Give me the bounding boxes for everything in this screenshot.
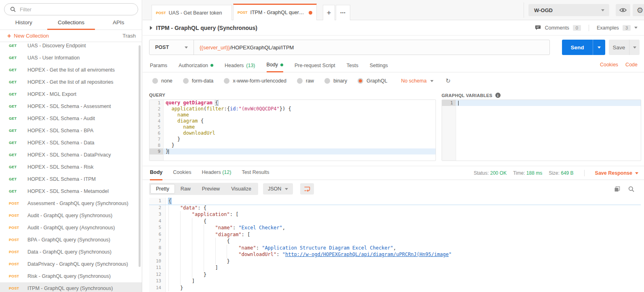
view-mode-raw[interactable]: Raw xyxy=(175,184,196,194)
request-subtab-body[interactable]: Body xyxy=(267,59,284,72)
list-item[interactable]: GETHOPEX - Get the list of all enviromen… xyxy=(0,64,142,76)
indent-guide xyxy=(168,278,180,285)
indent-guide xyxy=(204,251,215,258)
variables-editor[interactable]: 1 xyxy=(442,99,641,161)
list-item[interactable]: GETHOPEX - Get the list of all repositor… xyxy=(0,76,142,88)
save-button[interactable]: Save xyxy=(609,40,629,55)
list-item[interactable]: GETHOPEX - SDL Schema - Assessment xyxy=(0,100,142,112)
request-subtab-tests[interactable]: Tests xyxy=(347,59,358,72)
url-input[interactable]: {{server_url}}/HOPEXGraphQL/api/ITPM xyxy=(194,44,549,51)
code-line: 9} xyxy=(149,148,436,154)
save-response-button[interactable]: Save Response xyxy=(595,170,638,176)
list-item[interactable]: POSTAudit - GraphQL query (Synchronous) xyxy=(0,209,142,222)
format-select[interactable]: JSON xyxy=(263,183,293,195)
list-item[interactable]: POSTAudit - GraphQL query (Asynchronous) xyxy=(0,222,142,234)
list-item[interactable]: GETHOPEX - SDL Schema - ITPM xyxy=(0,173,142,185)
comments-button[interactable]: Comments xyxy=(545,25,569,31)
chevron-down-icon xyxy=(285,188,288,190)
eye-button[interactable] xyxy=(616,4,630,16)
trash-button[interactable]: Trash xyxy=(122,33,136,39)
response-tab-body[interactable]: Body xyxy=(150,166,162,180)
tab-collections[interactable]: Collections xyxy=(47,16,95,30)
response-link[interactable]: http://w-ogd/HOPEXGraphQL/api/diagram/uP… xyxy=(285,252,449,257)
workspace-selector[interactable]: W-OGD xyxy=(528,4,609,16)
request-subtab-params[interactable]: Params xyxy=(150,59,167,72)
list-item[interactable]: GETHOPEX - MGL Export xyxy=(0,88,142,100)
format-value: JSON xyxy=(268,186,281,192)
indent-guide xyxy=(180,245,192,252)
status-dot-icon xyxy=(210,64,213,67)
method-select[interactable]: POST xyxy=(149,40,194,55)
method-badge: GET xyxy=(9,189,23,193)
save-options-button[interactable] xyxy=(629,40,640,55)
url-control: POST {{server_url}}/HOPEXGraphQL/api/ITP… xyxy=(149,40,550,55)
response-tab-cookies[interactable]: Cookies xyxy=(173,166,191,180)
code-line: 2"data": { xyxy=(149,205,641,212)
list-item[interactable]: POSTAssessment - GraphQL query (Synchron… xyxy=(0,197,142,209)
list-item[interactable]: POSTData - GraphQL query (Synchronous) xyxy=(0,246,142,258)
view-mode-pretty[interactable]: Pretty xyxy=(150,184,175,194)
response-tab-headers[interactable]: Headers (12) xyxy=(202,166,231,180)
body-mode-raw[interactable]: raw xyxy=(297,78,314,84)
code-line: 1query getDiagram { xyxy=(149,100,436,106)
cookies-link[interactable]: Cookies xyxy=(600,62,618,68)
list-item[interactable]: GETHOPEX - SDL Schema - Risk xyxy=(0,161,142,173)
list-item[interactable]: GETUAS - Discovery Endpoint xyxy=(0,42,142,52)
body-mode-x-www-form-urlencoded[interactable]: x-www-form-urlencoded xyxy=(224,78,286,84)
list-item[interactable]: POSTRisk - GraphQL query (Synchronous) xyxy=(0,270,142,282)
refresh-icon[interactable]: ↻ xyxy=(446,77,451,85)
tab-history[interactable]: History xyxy=(0,16,47,30)
sidebar-scrollbar[interactable] xyxy=(139,45,141,267)
list-item[interactable]: GETHOPEX - SDL Schema - Metamodel xyxy=(0,185,142,197)
chevron-down-icon xyxy=(634,27,638,29)
body-mode-graphql[interactable]: GraphQL xyxy=(358,78,387,84)
indent-guide xyxy=(180,211,192,218)
list-item[interactable]: GETHOPEX - SDL Schema - Data xyxy=(0,137,142,149)
list-item[interactable]: GETHOPEX - SDL Schema - BPA xyxy=(0,125,142,137)
code-line: 4 diagram { xyxy=(149,118,436,124)
line-number: 9 xyxy=(149,251,165,258)
request-tab[interactable]: POSTUAS - Get Bearer token xyxy=(152,5,232,20)
code-line: 3"application": [ xyxy=(149,211,641,218)
view-mode-preview[interactable]: Preview xyxy=(196,184,225,194)
request-subtab-headers[interactable]: Headers(13) xyxy=(225,59,255,72)
disclosure-triangle-icon[interactable] xyxy=(150,26,152,30)
indent-guide xyxy=(204,231,215,238)
body-mode-form-data[interactable]: form-data xyxy=(183,78,214,84)
request-name: Assessment - GraphQL query (Synchronous) xyxy=(27,201,128,206)
request-subtab-authorization[interactable]: Authorization xyxy=(179,59,213,72)
request-subtab-settings[interactable]: Settings xyxy=(370,59,388,72)
list-item[interactable]: GETHOPEX - SDL Schema - DataPrivacy xyxy=(0,149,142,161)
response-tab-test-results[interactable]: Test Results xyxy=(242,166,269,180)
search-input[interactable]: Filter xyxy=(4,3,138,15)
query-editor[interactable]: 1query getDiagram {2 application(filter:… xyxy=(149,99,436,161)
send-options-button[interactable] xyxy=(593,40,605,55)
list-item[interactable]: GETHOPEX - SDL Schema - Audit xyxy=(0,112,142,125)
info-icon: i xyxy=(495,93,501,98)
copy-icon[interactable] xyxy=(614,186,620,192)
list-item[interactable]: GETUAS - User Information xyxy=(0,52,142,64)
new-tab-button[interactable]: + xyxy=(323,5,335,20)
send-button[interactable]: Send xyxy=(562,40,593,55)
search-response-icon[interactable] xyxy=(628,186,634,192)
settings-button[interactable]: ⚙ xyxy=(633,4,644,16)
examples-button[interactable]: Examples xyxy=(597,25,619,31)
tab-label: Test Results xyxy=(242,169,269,175)
list-item[interactable]: POSTBPA - GraphQL query (Synchronous) xyxy=(0,234,142,246)
wrap-text-button[interactable] xyxy=(300,183,314,195)
request-tab[interactable]: POSTITPM - GraphQL query (Synchr... xyxy=(233,4,317,20)
tab-options-button[interactable]: ••• xyxy=(336,5,350,20)
list-item[interactable]: POSTDataPrivacy - GraphQL query (Synchro… xyxy=(0,258,142,270)
tab-apis[interactable]: APIs xyxy=(95,16,142,30)
request-name: HOPEX - Get the list of all repositories xyxy=(27,79,114,85)
code-link[interactable]: Code xyxy=(625,62,638,68)
body-mode-none[interactable]: none xyxy=(152,78,173,84)
new-collection-button[interactable]: + New Collection xyxy=(7,33,49,39)
request-subtab-pre-request-script[interactable]: Pre-request Script xyxy=(295,59,335,72)
list-item[interactable]: POSTITPM - GraphQL query (Synchronous) xyxy=(0,282,142,292)
body-mode-binary[interactable]: binary xyxy=(324,78,347,84)
indent-guide xyxy=(168,231,180,238)
divider xyxy=(584,170,585,176)
view-mode-visualize[interactable]: Visualize xyxy=(225,184,257,194)
schema-selector[interactable]: No schema xyxy=(401,78,434,84)
